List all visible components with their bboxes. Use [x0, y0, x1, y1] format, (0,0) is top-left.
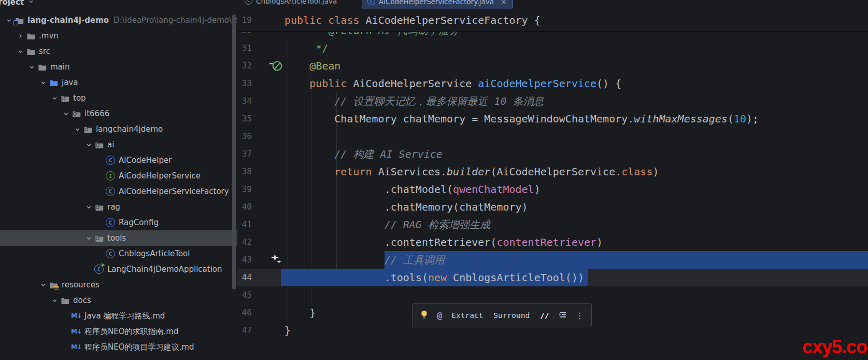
chevron-down-icon[interactable]: [72, 126, 83, 133]
code-line-34[interactable]: 34 // 设置聊天记忆，最多保留最近 10 条消息: [237, 92, 868, 110]
reformat-button[interactable]: [556, 308, 571, 323]
code-line-41[interactable]: 41 // RAG 检索增强生成: [237, 216, 868, 233]
line-number: 46: [237, 304, 252, 322]
code-line-33[interactable]: 33 public AiCodeHelperService aiCodeHelp…: [237, 75, 868, 92]
sticky-line[interactable]: 19 public class AiCodeHelperServiceFacto…: [237, 9, 868, 32]
tree-item-cnblogsarticletool[interactable]: CCnblogsArticleTool: [0, 246, 238, 261]
close-tab-icon[interactable]: ×: [501, 0, 507, 6]
chevron-down-icon[interactable]: [37, 282, 49, 288]
code-line-45[interactable]: 45: [237, 286, 868, 304]
interface-icon: I: [106, 171, 115, 181]
code-line-32[interactable]: 32 ← @Bean: [237, 57, 868, 75]
watermark: cxy5.com: [802, 336, 868, 358]
line-number: 37: [237, 145, 252, 163]
code-text: // 设置聊天记忆，最多保留最近 10 条消息: [284, 92, 868, 110]
spring-bean-gutter-icon[interactable]: ←: [272, 60, 283, 72]
package-icon: [83, 124, 92, 134]
tree-item-main[interactable]: main: [0, 59, 238, 75]
tree-item-label: rag: [107, 202, 120, 212]
chevron-down-icon[interactable]: [49, 297, 60, 304]
tree-item-aicodehelperservicefactory[interactable]: CAiCodeHelperServiceFactory: [0, 184, 238, 199]
tree-scrollbar-thumb[interactable]: [232, 15, 236, 289]
chevron-down-icon: [28, 0, 34, 7]
tree-item-ragconfig[interactable]: CRagConfig: [0, 215, 238, 230]
folder-java-icon: [49, 78, 58, 87]
code-line-35[interactable]: 35 ChatMemory chatMemory = MessageWindow…: [237, 110, 868, 128]
tree-item--neo-.md[interactable]: M↓程序员NEO的项目学习建议.md: [0, 339, 238, 355]
tree-item-tools[interactable]: tools: [0, 230, 238, 246]
code-line-37[interactable]: 37 // 构建 AI Service: [237, 145, 868, 163]
tree-item-label: src: [39, 47, 50, 56]
chevron-down-icon[interactable]: [83, 235, 94, 242]
ai-assistant-icon: @: [437, 310, 442, 321]
tab-aicodehelper-service-factory[interactable]: C AiCodeHelperServiceFactory.java ×: [362, 0, 513, 10]
surround-button[interactable]: Surround: [489, 308, 534, 323]
extract-button[interactable]: Extract: [447, 308, 487, 323]
tree-item-langchain4jdemo[interactable]: langchain4jdemo: [0, 121, 238, 137]
code-text: .contentRetriever(contentRetriever): [284, 233, 868, 251]
class-icon: C: [245, 0, 252, 5]
package-icon: [94, 202, 104, 212]
tree-item-resources[interactable]: resources: [0, 277, 238, 293]
code-line-36[interactable]: 36: [237, 128, 868, 145]
code-text: // RAG 检索增强生成: [284, 216, 868, 233]
line-number: 34: [237, 92, 252, 110]
code-text: // 构建 AI Service: [284, 145, 868, 163]
code-line-43[interactable]: 43 // 工具调用: [237, 251, 868, 269]
code-line-42[interactable]: 42 .contentRetriever(contentRetriever): [237, 233, 868, 251]
ai-sparkle-gutter-icon[interactable]: [271, 254, 283, 266]
ide-window: Project lang-chain4j-demoD:\IdeaPro\lang…: [0, 0, 868, 360]
comment-button[interactable]: //: [536, 308, 553, 323]
folder-icon: [37, 62, 47, 72]
tree-item-rag[interactable]: rag: [0, 199, 238, 215]
ai-assistant-button[interactable]: @: [434, 308, 445, 323]
tree-item-src[interactable]: src: [0, 44, 238, 59]
chevron-right-icon[interactable]: [15, 33, 26, 39]
tree-item-top[interactable]: top: [0, 90, 238, 106]
tree-item-docs[interactable]: docs: [0, 293, 238, 308]
tree-item-aicodehelperservice[interactable]: IAiCodeHelperService: [0, 168, 238, 184]
chevron-down-icon[interactable]: [37, 79, 49, 86]
markdown-icon: M↓: [72, 342, 81, 352]
tree-item-aicodehelper[interactable]: CAiCodeHelper: [0, 153, 238, 168]
chevron-down-icon[interactable]: [83, 204, 94, 211]
chevron-down-icon[interactable]: [3, 17, 15, 24]
tree-item-it6666[interactable]: it6666: [0, 106, 238, 121]
code-text: @Bean: [284, 57, 868, 75]
folder-icon: [26, 47, 35, 56]
class-icon: C: [367, 0, 375, 5]
line-number: 40: [237, 198, 252, 216]
markdown-icon: M↓: [72, 327, 81, 336]
chevron-down-icon[interactable]: [49, 95, 60, 102]
tree-item-label: ai: [107, 140, 114, 149]
tree-item-java[interactable]: java: [0, 75, 238, 90]
tree-item-.mvn[interactable]: .mvn: [0, 28, 238, 44]
tree-item-label: .mvn: [39, 31, 59, 40]
chevron-down-icon[interactable]: [83, 142, 94, 148]
line-number: 44: [237, 269, 252, 286]
tree-item-label: docs: [73, 296, 91, 305]
code-text: ChatMemory chatMemory = MessageWindowCha…: [284, 110, 868, 128]
code-line-44[interactable]: 44 .tools(new CnblogsArticleTool()): [237, 269, 868, 286]
tree-item-label: Java 编程学习路线.md: [84, 311, 165, 321]
tab-cnblogs-article-tool[interactable]: C CnblogsArticleTool.java: [239, 0, 342, 9]
tree-item-langchain4jdemoapplication[interactable]: CLangChain4jDemoApplication: [0, 261, 238, 277]
tree-item-ai[interactable]: ai: [0, 137, 238, 153]
markdown-icon: M↓: [72, 311, 81, 321]
more-options-button[interactable]: ⋮: [573, 308, 587, 323]
tree-item-lang-chain4j-demo[interactable]: lang-chain4j-demoD:\IdeaPro\lang-chain4j…: [0, 12, 238, 28]
chevron-down-icon[interactable]: [60, 110, 72, 117]
code-line-38[interactable]: 38 return AiServices.builder(AiCodeHelpe…: [237, 163, 868, 181]
code-line-31[interactable]: 31 */: [237, 39, 868, 57]
intention-bulb-button[interactable]: [417, 308, 432, 323]
tree-item-label: CnblogsArticleTool: [119, 249, 190, 258]
tree-item-java-.md[interactable]: M↓Java 编程学习路线.md: [0, 308, 238, 324]
chevron-down-icon[interactable]: [15, 48, 26, 55]
line-number: 42: [237, 233, 252, 251]
code-line-39[interactable]: 39 .chatModel(qwenChatModel): [237, 181, 868, 198]
project-tool-window: Project lang-chain4j-demoD:\IdeaPro\lang…: [0, 0, 238, 360]
tree-item--neo-.md[interactable]: M↓程序员NEO的求职指南.md: [0, 324, 238, 339]
chevron-down-icon[interactable]: [26, 64, 37, 71]
code-line-40[interactable]: 40 .chatMemory(chatMemory): [237, 198, 868, 216]
project-view-selector[interactable]: Project: [0, 0, 34, 9]
